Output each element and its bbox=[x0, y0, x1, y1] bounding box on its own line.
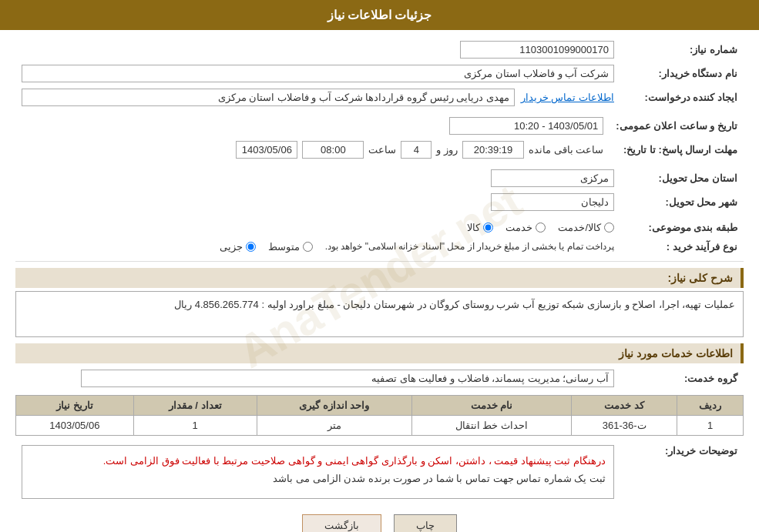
response-remain: 20:39:19 bbox=[462, 141, 524, 159]
creator-contact-link[interactable]: اطلاعات تماس خریدار bbox=[521, 92, 614, 103]
need-number-value: 1103001099000170 bbox=[460, 41, 614, 59]
radio-jozee[interactable]: جزیی bbox=[220, 241, 256, 253]
province-value: مرکزی bbox=[491, 169, 614, 187]
col-name: نام خدمت bbox=[411, 396, 571, 416]
category-kala-khedmat-label: کالا/خدمت bbox=[558, 222, 601, 233]
category-khedmat-label: خدمت bbox=[505, 222, 532, 233]
col-row: ردیف bbox=[677, 396, 744, 416]
buyer-notes-label: توضیحات خریدار: bbox=[620, 442, 744, 502]
purchase-type-moutaset-label: متوسط bbox=[268, 241, 300, 253]
print-button[interactable]: چاپ bbox=[394, 514, 457, 532]
response-deadline-label: مهلت ارسال پاسخ: تا تاریخ: bbox=[610, 138, 744, 162]
response-day-label: روز و bbox=[436, 144, 458, 156]
response-remain-label: ساعت باقی مانده bbox=[529, 144, 603, 156]
purchase-type-label: نوع فرآیند خرید : bbox=[620, 236, 744, 256]
response-time-label: ساعت bbox=[368, 144, 396, 156]
buyer-notes-box: درهنگام ثبت پیشنهاد قیمت ، داشتن، اسکن و… bbox=[22, 445, 614, 499]
city-value: دلیجان bbox=[491, 193, 614, 211]
buyer-org-label: نام دستگاه خریدار: bbox=[620, 62, 744, 85]
response-date: 1403/05/06 bbox=[236, 141, 297, 159]
buyer-notes-black: ثبت یک شماره تماس جهت تماس با شما در صور… bbox=[273, 473, 606, 484]
radio-kala-khedmat[interactable]: کالا/خدمت bbox=[558, 222, 614, 233]
response-time: 08:00 bbox=[302, 141, 364, 159]
radio-kala[interactable]: کالا bbox=[467, 222, 493, 233]
services-table: ردیف کد خدمت نام خدمت واحد اندازه گیری ت… bbox=[15, 395, 744, 436]
response-days: 4 bbox=[401, 141, 432, 159]
col-unit: واحد اندازه گیری bbox=[257, 396, 411, 416]
description-value: عملیات تهیه، اجرا، اصلاح و بازسازی شبکه … bbox=[15, 291, 744, 337]
services-section-label: اطلاعات خدمات مورد نیاز bbox=[15, 343, 744, 363]
province-label: استان محل تحویل: bbox=[620, 166, 744, 190]
button-row: چاپ بازگشت bbox=[15, 514, 744, 532]
purchase-type-jozee-label: جزیی bbox=[220, 241, 243, 253]
col-code: کد خدمت bbox=[571, 396, 677, 416]
col-count: تعداد / مقدار bbox=[133, 396, 257, 416]
buyer-notes-red: درهنگام ثبت پیشنهاد قیمت ، داشتن، اسکن و… bbox=[103, 455, 606, 467]
buyer-org-value: شرکت آب و فاضلاب استان مرکزی bbox=[22, 65, 614, 82]
page-title: جزئیات اطلاعات نیاز bbox=[0, 0, 759, 30]
category-kala-label: کالا bbox=[467, 222, 480, 233]
radio-khedmat[interactable]: خدمت bbox=[505, 222, 546, 233]
purchase-note: پرداخت تمام یا بخشی از مبلغ خریدار از مح… bbox=[325, 239, 614, 253]
category-label: طبقه بندی موضوعی: bbox=[620, 219, 744, 236]
service-group-value: آب رسانی؛ مدیریت پسماند، فاضلاب و فعالیت… bbox=[81, 370, 614, 387]
creator-label: ایجاد کننده درخواست: bbox=[620, 85, 744, 109]
col-date: تاریخ نیاز bbox=[16, 396, 134, 416]
need-number-label: شماره نیاز: bbox=[620, 38, 744, 62]
back-button[interactable]: بازگشت bbox=[302, 514, 381, 532]
announce-date-value: 1403/05/01 - 10:20 bbox=[449, 117, 603, 135]
radio-moutaset[interactable]: متوسط bbox=[268, 241, 313, 253]
announce-date-label: تاریخ و ساعت اعلان عمومی: bbox=[610, 114, 744, 138]
description-section-label: شرح کلی نیاز: bbox=[15, 268, 744, 288]
creator-value: مهدی دریایی رئیس گروه قراردادها شرکت آب … bbox=[22, 89, 515, 106]
city-label: شهر محل تحویل: bbox=[620, 190, 744, 214]
table-row: 1ت-36-361احداث خط انتقالمتر11403/05/06 bbox=[16, 416, 744, 436]
service-group-label: گروه خدمت: bbox=[620, 366, 744, 390]
